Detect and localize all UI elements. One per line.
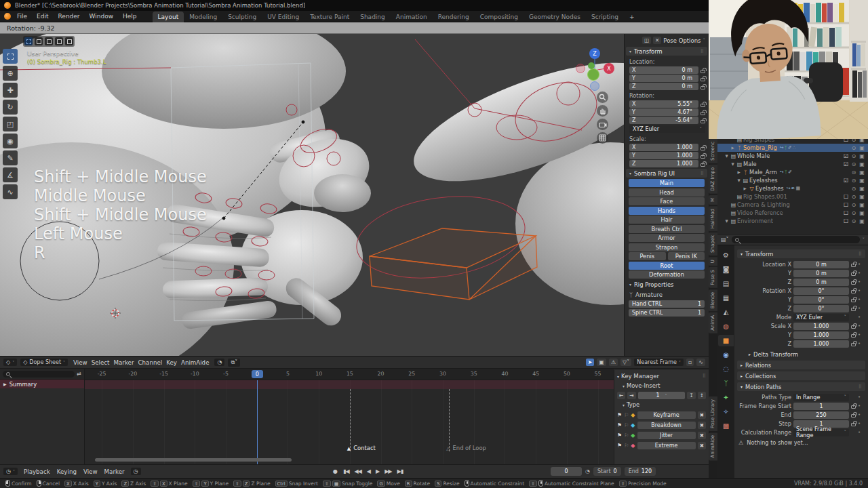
motion-paths-header[interactable]: ▾ Motion Paths ⠿ bbox=[737, 382, 865, 391]
select-mode-invert-icon[interactable] bbox=[55, 37, 63, 45]
disclosure-icon[interactable]: ▶ bbox=[3, 382, 7, 386]
properties-tab-view-layer[interactable]: ▦ bbox=[718, 292, 734, 304]
flag-outline-icon[interactable]: ⚐ bbox=[624, 443, 629, 449]
dope-sheet-menu-key[interactable]: Key bbox=[164, 359, 179, 366]
animate-dot-icon[interactable]: • bbox=[858, 323, 862, 329]
cursor-tool[interactable]: ⊕ bbox=[3, 66, 18, 81]
viewport-3d[interactable]: User Perspective (0) Sombra_Rig : Thumb3… bbox=[0, 34, 709, 356]
lock-icon[interactable] bbox=[851, 325, 856, 329]
menu-render[interactable]: Render bbox=[54, 12, 85, 21]
rig-layer-button-breath-ctrl[interactable]: Breath Ctrl bbox=[629, 225, 705, 233]
timeline-menu-keying[interactable]: Keying bbox=[55, 468, 79, 475]
location-x-field[interactable]: X0 m bbox=[629, 66, 698, 74]
insert-amount-field[interactable]: 1˅ bbox=[638, 392, 686, 399]
lock-icon[interactable] bbox=[701, 155, 705, 159]
disclosure-icon[interactable]: ▼ bbox=[724, 154, 730, 158]
dope-sheet-menu-animaide[interactable]: AnimAide bbox=[179, 359, 212, 366]
prop-location-x-field[interactable]: 0 m bbox=[793, 261, 849, 268]
animate-dot-icon[interactable]: • bbox=[858, 279, 862, 285]
outliner-row-camera-lighting[interactable]: ▤Camera & Lighting☐⊙▣ bbox=[717, 201, 868, 209]
rig-properties-header[interactable]: ▾ Rig Properties bbox=[626, 280, 707, 289]
prop-z-field[interactable]: 1.000 bbox=[793, 340, 849, 348]
animate-dot-icon[interactable]: • bbox=[858, 314, 862, 320]
gizmo-axis-neg-z[interactable] bbox=[591, 82, 599, 91]
panel-header-collections[interactable]: ▸Collections bbox=[737, 371, 865, 380]
delete-icon[interactable]: ✖ bbox=[698, 432, 706, 439]
keyframe-type-label[interactable]: Breakdown bbox=[637, 422, 696, 429]
lock-icon[interactable] bbox=[851, 308, 856, 311]
timeline-menu-playback[interactable]: Playback bbox=[22, 468, 52, 475]
animate-dot-icon[interactable]: • bbox=[858, 297, 862, 302]
outliner-row-environment[interactable]: ▼▤Environment☐⊙▣ bbox=[717, 217, 868, 225]
select-box-tool[interactable] bbox=[3, 49, 18, 64]
disclosure-icon[interactable]: ▶ bbox=[742, 186, 748, 190]
sidebar-tab-u[interactable]: U bbox=[709, 257, 717, 266]
gizmo-axis-y-dot[interactable] bbox=[588, 62, 595, 69]
move-right-button[interactable]: ⇥ bbox=[627, 392, 635, 399]
transform-panel-header[interactable]: ▾ Transform ⠿ bbox=[626, 47, 707, 56]
location-y-field[interactable]: Y0 m bbox=[629, 75, 698, 82]
hide-eye-icon[interactable]: ⊙ bbox=[850, 218, 858, 224]
properties-tab-physics[interactable]: ◌ bbox=[718, 363, 734, 375]
panel-grip-icon[interactable]: ⠿ bbox=[859, 251, 862, 257]
zoom-icon[interactable] bbox=[597, 92, 608, 103]
camera-icon[interactable] bbox=[597, 119, 608, 130]
lock-icon[interactable] bbox=[851, 423, 856, 426]
rig-ctrl-hand-ctrl[interactable]: Hand CTRL1 bbox=[629, 300, 705, 308]
hide-eye-icon[interactable]: ⊙ bbox=[850, 210, 858, 216]
flag-icon[interactable]: ⚑ bbox=[617, 422, 622, 428]
properties-tab-tool[interactable]: ⚙ bbox=[718, 249, 734, 261]
panel-grip-icon[interactable]: ⠿ bbox=[859, 384, 862, 390]
workspace-tab-shading[interactable]: Shading bbox=[355, 12, 391, 22]
keyframe-type-label[interactable]: Extreme bbox=[637, 442, 696, 449]
outliner-row-whole-male[interactable]: ▼▤Whole Male☑⊙▣ bbox=[717, 152, 868, 160]
panel-grip-icon[interactable]: ⠿ bbox=[701, 49, 704, 54]
rotation-y-field[interactable]: Y4.67° bbox=[629, 108, 698, 116]
type-header[interactable]: ▾ Type bbox=[617, 400, 706, 409]
animate-dot-icon[interactable]: • bbox=[858, 403, 862, 409]
rig-ui-panel-header[interactable]: ▾ Sombra Rig UI ⠿ bbox=[626, 169, 707, 178]
animate-dot-icon[interactable]: • bbox=[858, 332, 862, 338]
lock-icon[interactable] bbox=[851, 414, 856, 418]
rig-layer-button-strapon[interactable]: Strapon bbox=[629, 243, 705, 251]
disclosure-icon[interactable]: ▼ bbox=[724, 219, 730, 223]
current-frame-field[interactable]: 0 bbox=[551, 467, 582, 476]
lock-icon[interactable] bbox=[851, 281, 856, 285]
proportional-edit-icon[interactable]: ◫ bbox=[642, 37, 651, 44]
record-button[interactable]: ● bbox=[331, 468, 340, 475]
lock-icon[interactable] bbox=[851, 334, 856, 338]
flag-outline-icon[interactable]: ⚐ bbox=[624, 412, 629, 418]
flag-icon[interactable]: ⚑ bbox=[617, 432, 622, 439]
animate-dot-icon[interactable]: • bbox=[858, 270, 862, 276]
clock-icon[interactable]: ◔ bbox=[585, 468, 590, 474]
hide-eye-icon[interactable]: ⊙ bbox=[850, 178, 858, 184]
playhead-frame-badge[interactable]: 0 bbox=[252, 370, 263, 378]
layers-icon[interactable]: ⧉˅ bbox=[228, 359, 240, 367]
insert-above-button[interactable]: ↥ bbox=[698, 392, 706, 399]
dope-sheet-mode-dropdown[interactable]: ◇ Dope Sheet˅ bbox=[20, 359, 68, 366]
panel-grip-icon[interactable]: ⠿ bbox=[703, 373, 706, 379]
prop-z-field[interactable]: 0 m bbox=[793, 279, 849, 286]
panel-header-delta-transform[interactable]: ▸Delta Transform bbox=[745, 350, 865, 359]
outliner-row-eyelashes[interactable]: ▶▽Eyelashes↪✒▦⊙▣ bbox=[717, 184, 868, 192]
disclosure-icon[interactable]: ▼ bbox=[736, 178, 742, 182]
menu-file[interactable]: File bbox=[12, 12, 32, 21]
outliner-search-input[interactable] bbox=[732, 236, 860, 243]
workspace-tab-sculpting[interactable]: Sculpting bbox=[222, 12, 262, 22]
delete-icon[interactable]: ✖ bbox=[698, 442, 706, 449]
disable-render-icon[interactable]: ▣ bbox=[858, 178, 866, 184]
rig-layer-button-armor[interactable]: Armor bbox=[629, 234, 705, 242]
outliner-row-video-reference[interactable]: ▤Video Reference☐⊙▣ bbox=[717, 209, 868, 217]
workspace-tab-uv-editing[interactable]: UV Editing bbox=[262, 12, 304, 22]
exclude-checkbox[interactable]: ☑ bbox=[842, 178, 850, 184]
properties-tab-bone[interactable]: ✦ bbox=[718, 392, 734, 403]
disable-render-icon[interactable]: ▣ bbox=[858, 194, 866, 200]
lock-icon[interactable] bbox=[851, 290, 856, 293]
play-button[interactable]: ▶ bbox=[374, 468, 381, 475]
dope-sheet-menu-view[interactable]: View bbox=[71, 359, 90, 366]
keyframe-grid[interactable]: ▲Contact△End of Loop bbox=[85, 380, 614, 464]
rig-layer-button-penis-ik[interactable]: Penis IK bbox=[668, 252, 705, 260]
flag-icon[interactable]: ⚑ bbox=[617, 443, 622, 449]
disable-render-icon[interactable]: ▣ bbox=[858, 145, 866, 151]
panel-grip-icon[interactable]: ⠿ bbox=[701, 171, 704, 176]
